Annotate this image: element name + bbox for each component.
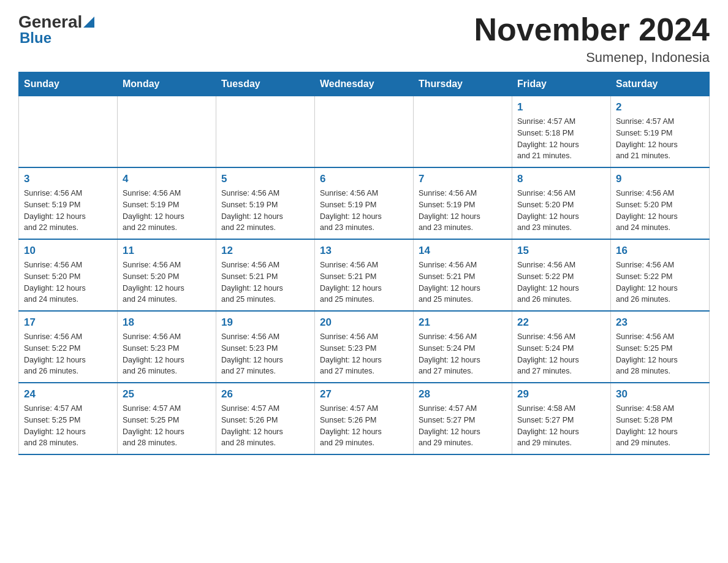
day-number: 22 — [517, 316, 605, 329]
day-info: Sunrise: 4:56 AMSunset: 5:22 PMDaylight:… — [24, 331, 112, 377]
day-number: 21 — [419, 316, 507, 329]
calendar-cell: 20Sunrise: 4:56 AMSunset: 5:23 PMDayligh… — [315, 311, 414, 383]
calendar-cell: 15Sunrise: 4:56 AMSunset: 5:22 PMDayligh… — [512, 239, 611, 311]
calendar-cell: 8Sunrise: 4:56 AMSunset: 5:20 PMDaylight… — [512, 167, 611, 239]
header-tuesday: Tuesday — [216, 72, 315, 96]
calendar-cell — [118, 96, 216, 168]
calendar-cell: 13Sunrise: 4:56 AMSunset: 5:21 PMDayligh… — [315, 239, 414, 311]
calendar-cell: 28Sunrise: 4:57 AMSunset: 5:27 PMDayligh… — [414, 383, 512, 454]
day-info: Sunrise: 4:56 AMSunset: 5:22 PMDaylight:… — [517, 259, 605, 305]
day-number: 24 — [24, 388, 112, 400]
calendar-cell: 1Sunrise: 4:57 AMSunset: 5:18 PMDaylight… — [512, 96, 611, 168]
day-number: 30 — [616, 388, 704, 400]
calendar-cell: 3Sunrise: 4:56 AMSunset: 5:19 PMDaylight… — [19, 167, 118, 239]
day-info: Sunrise: 4:56 AMSunset: 5:25 PMDaylight:… — [616, 331, 704, 377]
day-number: 16 — [616, 245, 704, 257]
day-info: Sunrise: 4:56 AMSunset: 5:19 PMDaylight:… — [123, 188, 211, 234]
day-info: Sunrise: 4:56 AMSunset: 5:19 PMDaylight:… — [320, 188, 408, 234]
day-number: 14 — [419, 245, 507, 257]
day-info: Sunrise: 4:56 AMSunset: 5:24 PMDaylight:… — [517, 331, 605, 377]
day-number: 19 — [221, 316, 309, 329]
calendar-cell: 4Sunrise: 4:56 AMSunset: 5:19 PMDaylight… — [118, 167, 216, 239]
day-number: 5 — [221, 173, 309, 185]
day-number: 8 — [517, 173, 605, 185]
day-number: 12 — [221, 245, 309, 257]
day-number: 15 — [517, 245, 605, 257]
day-number: 20 — [320, 316, 408, 329]
day-info: Sunrise: 4:56 AMSunset: 5:21 PMDaylight:… — [419, 259, 507, 305]
day-info: Sunrise: 4:56 AMSunset: 5:24 PMDaylight:… — [419, 331, 507, 377]
day-number: 13 — [320, 245, 408, 257]
day-info: Sunrise: 4:56 AMSunset: 5:19 PMDaylight:… — [419, 188, 507, 234]
day-number: 1 — [517, 101, 605, 113]
day-number: 2 — [616, 101, 704, 113]
calendar-cell: 19Sunrise: 4:56 AMSunset: 5:23 PMDayligh… — [216, 311, 315, 383]
day-info: Sunrise: 4:56 AMSunset: 5:23 PMDaylight:… — [123, 331, 211, 377]
day-number: 18 — [123, 316, 211, 329]
calendar-cell — [315, 96, 414, 168]
week-row-2: 3Sunrise: 4:56 AMSunset: 5:19 PMDaylight… — [19, 167, 710, 239]
calendar-cell: 25Sunrise: 4:57 AMSunset: 5:25 PMDayligh… — [118, 383, 216, 454]
calendar-cell: 24Sunrise: 4:57 AMSunset: 5:25 PMDayligh… — [19, 383, 118, 454]
day-info: Sunrise: 4:56 AMSunset: 5:22 PMDaylight:… — [616, 259, 704, 305]
calendar-cell: 22Sunrise: 4:56 AMSunset: 5:24 PMDayligh… — [512, 311, 611, 383]
calendar-cell: 14Sunrise: 4:56 AMSunset: 5:21 PMDayligh… — [414, 239, 512, 311]
day-number: 6 — [320, 173, 408, 185]
day-number: 26 — [221, 388, 309, 400]
day-info: Sunrise: 4:56 AMSunset: 5:20 PMDaylight:… — [24, 259, 112, 305]
calendar-table: SundayMondayTuesdayWednesdayThursdayFrid… — [18, 72, 710, 455]
calendar-cell: 21Sunrise: 4:56 AMSunset: 5:24 PMDayligh… — [414, 311, 512, 383]
day-number: 29 — [517, 388, 605, 400]
day-info: Sunrise: 4:56 AMSunset: 5:23 PMDaylight:… — [320, 331, 408, 377]
calendar-header-row: SundayMondayTuesdayWednesdayThursdayFrid… — [19, 72, 710, 96]
day-info: Sunrise: 4:56 AMSunset: 5:20 PMDaylight:… — [517, 188, 605, 234]
calendar-cell: 16Sunrise: 4:56 AMSunset: 5:22 PMDayligh… — [611, 239, 710, 311]
header-sunday: Sunday — [19, 72, 118, 96]
header-monday: Monday — [118, 72, 216, 96]
calendar-cell — [414, 96, 512, 168]
calendar-cell: 7Sunrise: 4:56 AMSunset: 5:19 PMDaylight… — [414, 167, 512, 239]
calendar-cell: 17Sunrise: 4:56 AMSunset: 5:22 PMDayligh… — [19, 311, 118, 383]
header-thursday: Thursday — [414, 72, 512, 96]
calendar-cell: 30Sunrise: 4:58 AMSunset: 5:28 PMDayligh… — [611, 383, 710, 454]
week-row-4: 17Sunrise: 4:56 AMSunset: 5:22 PMDayligh… — [19, 311, 710, 383]
calendar-cell: 5Sunrise: 4:56 AMSunset: 5:19 PMDaylight… — [216, 167, 315, 239]
day-info: Sunrise: 4:58 AMSunset: 5:28 PMDaylight:… — [616, 403, 704, 449]
calendar-cell: 27Sunrise: 4:57 AMSunset: 5:26 PMDayligh… — [315, 383, 414, 454]
day-info: Sunrise: 4:57 AMSunset: 5:19 PMDaylight:… — [616, 116, 704, 162]
day-number: 7 — [419, 173, 507, 185]
day-number: 9 — [616, 173, 704, 185]
calendar-cell — [216, 96, 315, 168]
day-number: 28 — [419, 388, 507, 400]
header-friday: Friday — [512, 72, 611, 96]
day-info: Sunrise: 4:57 AMSunset: 5:27 PMDaylight:… — [419, 403, 507, 449]
page-header: General Blue November 2024 Sumenep, Indo… — [18, 12, 710, 66]
day-number: 10 — [24, 245, 112, 257]
calendar-cell: 2Sunrise: 4:57 AMSunset: 5:19 PMDaylight… — [611, 96, 710, 168]
calendar-cell: 12Sunrise: 4:56 AMSunset: 5:21 PMDayligh… — [216, 239, 315, 311]
week-row-3: 10Sunrise: 4:56 AMSunset: 5:20 PMDayligh… — [19, 239, 710, 311]
day-info: Sunrise: 4:56 AMSunset: 5:23 PMDaylight:… — [221, 331, 309, 377]
logo: General Blue — [18, 12, 94, 47]
logo-blue-text: Blue — [20, 29, 51, 47]
week-row-5: 24Sunrise: 4:57 AMSunset: 5:25 PMDayligh… — [19, 383, 710, 454]
day-info: Sunrise: 4:57 AMSunset: 5:26 PMDaylight:… — [320, 403, 408, 449]
day-info: Sunrise: 4:56 AMSunset: 5:20 PMDaylight:… — [616, 188, 704, 234]
day-info: Sunrise: 4:57 AMSunset: 5:26 PMDaylight:… — [221, 403, 309, 449]
logo-triangle-icon — [83, 17, 94, 30]
day-info: Sunrise: 4:57 AMSunset: 5:25 PMDaylight:… — [123, 403, 211, 449]
day-info: Sunrise: 4:57 AMSunset: 5:18 PMDaylight:… — [517, 116, 605, 162]
calendar-cell — [19, 96, 118, 168]
calendar-cell: 23Sunrise: 4:56 AMSunset: 5:25 PMDayligh… — [611, 311, 710, 383]
calendar-cell: 26Sunrise: 4:57 AMSunset: 5:26 PMDayligh… — [216, 383, 315, 454]
day-info: Sunrise: 4:56 AMSunset: 5:19 PMDaylight:… — [24, 188, 112, 234]
day-number: 23 — [616, 316, 704, 329]
day-number: 11 — [123, 245, 211, 257]
day-number: 4 — [123, 173, 211, 185]
calendar-cell: 18Sunrise: 4:56 AMSunset: 5:23 PMDayligh… — [118, 311, 216, 383]
title-block: November 2024 Sumenep, Indonesia — [474, 12, 710, 66]
day-number: 3 — [24, 173, 112, 185]
day-info: Sunrise: 4:56 AMSunset: 5:21 PMDaylight:… — [320, 259, 408, 305]
header-wednesday: Wednesday — [315, 72, 414, 96]
day-info: Sunrise: 4:58 AMSunset: 5:27 PMDaylight:… — [517, 403, 605, 449]
